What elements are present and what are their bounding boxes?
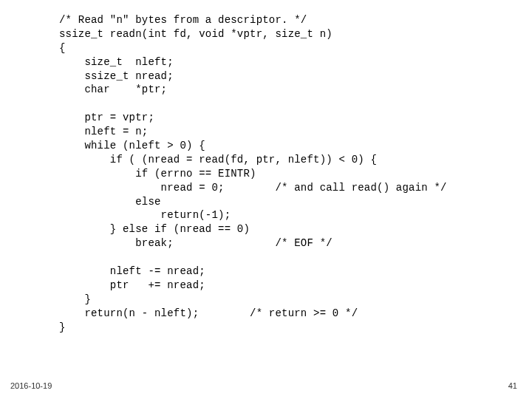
slide: /* Read "n" bytes from a descriptor. */ … (0, 0, 532, 399)
footer-page-number: 41 (508, 381, 517, 392)
code-block: /* Read "n" bytes from a descriptor. */ … (59, 13, 447, 334)
footer-date: 2016-10-19 (10, 381, 52, 392)
